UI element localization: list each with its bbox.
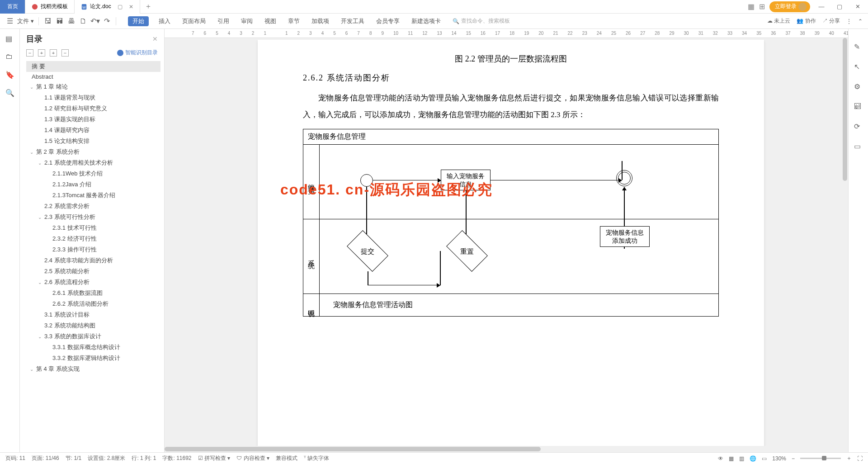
ribbon-tab-start[interactable]: 开始 xyxy=(128,16,149,26)
save-as-icon[interactable]: 🖬 xyxy=(55,17,64,26)
toc-item[interactable]: ⌄第 4 章 系统实现 xyxy=(26,364,160,374)
zoom-in-button[interactable]: ＋ xyxy=(846,455,852,462)
more-icon[interactable]: ⋮ xyxy=(846,18,852,24)
toc-item[interactable]: ⌄2.3 系统可行性分析 xyxy=(26,212,160,223)
ribbon-tab-view[interactable]: 视图 xyxy=(263,16,278,26)
save-icon[interactable]: 🖫 xyxy=(43,17,52,26)
reading-icon[interactable]: ▭ xyxy=(854,142,863,151)
bookmark-icon[interactable]: 🔖 xyxy=(5,71,14,80)
zoom-out-button[interactable]: − xyxy=(792,455,795,462)
settings-icon[interactable]: ⚙ xyxy=(854,82,863,91)
view-outline-icon[interactable]: 🌐 xyxy=(750,455,756,462)
toc-item[interactable]: 3.3.2 数据库逻辑结构设计 xyxy=(26,353,160,364)
toc-list[interactable]: 摘 要Abstract⌄第 1 章 绪论1.1 课题背景与现状1.2 研究目标与… xyxy=(20,60,164,452)
scrollbar-thumb[interactable] xyxy=(843,38,847,181)
ribbon-tab-newtab[interactable]: 新建选项卡 xyxy=(410,16,443,26)
login-button[interactable]: 立即登录 xyxy=(769,1,810,12)
ribbon-tab-layout[interactable]: 页面布局 xyxy=(180,16,208,26)
toc-item[interactable]: 3.1 系统设计目标 xyxy=(26,309,160,320)
toc-item[interactable]: 2.6.1 系统数据流图 xyxy=(26,288,160,298)
toc-item[interactable]: 2.3.1 技术可行性 xyxy=(26,223,160,233)
toc-item[interactable]: 摘 要 xyxy=(26,61,160,72)
toc-item[interactable]: 2.5 系统功能分析 xyxy=(26,266,160,277)
layout-icon[interactable]: ▦ xyxy=(748,2,755,11)
ribbon-tab-review[interactable]: 审阅 xyxy=(239,16,255,26)
search-rail-icon[interactable]: 🔍 xyxy=(5,89,14,98)
toc-item[interactable]: 2.1.3Tomcat 服务器介绍 xyxy=(26,190,160,201)
collapse-ribbon-icon[interactable]: ⌃ xyxy=(858,18,863,24)
status-spellcheck[interactable]: ☑ 拼写检查 ▾ xyxy=(198,455,231,462)
toc-item[interactable]: 2.1.1Web 技术介绍 xyxy=(26,168,160,179)
menu-icon[interactable]: ☰ xyxy=(5,17,14,26)
toc-item[interactable]: 1.5 论文结构安排 xyxy=(26,136,160,147)
toc-expand-icon[interactable]: + xyxy=(38,49,45,57)
toc-item[interactable]: 3.3.1 数据库概念结构设计 xyxy=(26,342,160,353)
status-setting[interactable]: 设置值: 2.8厘米 xyxy=(88,455,125,462)
horizontal-scrollbar[interactable] xyxy=(165,446,848,452)
toc-item[interactable]: 2.3.2 经济可行性 xyxy=(26,233,160,244)
view-read-icon[interactable]: ▭ xyxy=(762,455,767,462)
zoom-slider[interactable] xyxy=(800,458,841,459)
view-web-icon[interactable]: ▥ xyxy=(739,455,744,462)
ribbon-tab-chapter[interactable]: 章节 xyxy=(286,16,302,26)
toc-item[interactable]: 3.2 系统功能结构图 xyxy=(26,320,160,331)
toc-collapse-icon[interactable]: − xyxy=(26,49,33,57)
outline-icon[interactable]: ▤ xyxy=(5,34,14,43)
command-search[interactable]: 🔍 查找命令、搜索模板 xyxy=(453,17,510,25)
ribbon-tab-member[interactable]: 会员专享 xyxy=(374,16,401,26)
edit-icon[interactable]: ✎ xyxy=(854,43,863,52)
toc-item[interactable]: ⌄2.6 系统流程分析 xyxy=(26,277,160,288)
toc-item[interactable]: Abstract xyxy=(26,72,160,81)
ribbon-tab-references[interactable]: 引用 xyxy=(216,16,231,26)
cloud-sync-icon[interactable]: ⟳ xyxy=(854,122,863,131)
file-menu[interactable]: 文件▾ xyxy=(17,17,34,25)
ribbon-tab-insert[interactable]: 插入 xyxy=(157,16,172,26)
toc-close-icon[interactable]: ✕ xyxy=(152,35,158,43)
scrollbar-thumb[interactable] xyxy=(165,447,541,451)
print-icon[interactable]: 🖶 xyxy=(67,17,76,26)
ribbon-tab-addons[interactable]: 加载项 xyxy=(310,16,331,26)
view-print-icon[interactable]: ▦ xyxy=(729,455,734,462)
folder-icon[interactable]: 🗀 xyxy=(5,52,14,62)
close-button[interactable]: ✕ xyxy=(851,3,864,10)
toc-item[interactable]: ⌄第 2 章 系统分析 xyxy=(26,147,160,157)
redo-icon[interactable]: ↷ xyxy=(102,17,111,26)
ribbon-tab-devtools[interactable]: 开发工具 xyxy=(339,16,366,26)
zoom-value[interactable]: 130% xyxy=(772,455,786,462)
collab-button[interactable]: 👥 协作 xyxy=(797,17,816,25)
tab-templates[interactable]: 找稻壳模板 xyxy=(25,0,75,14)
tab-add-button[interactable]: ＋ xyxy=(140,2,156,11)
toc-item[interactable]: 1.2 研究目标与研究意义 xyxy=(26,103,160,114)
share-button[interactable]: ↗ 分享 xyxy=(822,17,840,25)
toc-item[interactable]: 2.4 系统非功能方面的分析 xyxy=(26,255,160,266)
toc-item[interactable]: 1.4 课题研究内容 xyxy=(26,125,160,136)
tab-document[interactable]: W 论文.doc ▢ ✕ xyxy=(75,0,140,14)
status-compat[interactable]: 兼容模式 xyxy=(276,455,297,462)
toc-item[interactable]: 2.3.3 操作可行性 xyxy=(26,244,160,255)
toc-item[interactable]: ⌄2.1 系统使用相关技术分析 xyxy=(26,157,160,168)
translate-icon[interactable]: 🗟 xyxy=(854,102,863,111)
fullscreen-icon[interactable]: ⛶ xyxy=(857,455,863,462)
vertical-scrollbar[interactable] xyxy=(842,38,848,446)
toc-item[interactable]: ⌄3.3 系统的数据库设计 xyxy=(26,331,160,342)
status-page-num[interactable]: 页码: 11 xyxy=(5,455,25,462)
toc-item[interactable]: 2.2 系统需求分析 xyxy=(26,201,160,212)
status-words[interactable]: 字数: 11692 xyxy=(162,455,191,462)
status-missing-font[interactable]: ᵀ 缺失字体 xyxy=(304,455,329,462)
page-viewport[interactable]: 图 2.2 管理员的一层数据流程图 2.6.2 系统活动图分析 宠物服务信息管理… xyxy=(183,40,839,452)
toc-item[interactable]: 2.6.2 系统活动图分析 xyxy=(26,298,160,309)
maximize-button[interactable]: ▢ xyxy=(833,3,846,10)
tab-close-icon[interactable]: ✕ xyxy=(129,4,133,10)
status-rowcol[interactable]: 行: 1 列: 1 xyxy=(132,455,156,462)
eye-icon[interactable]: 👁 xyxy=(718,455,723,462)
undo-icon[interactable]: ↶▾ xyxy=(90,17,99,26)
toc-item[interactable]: 2.1.2Java 介绍 xyxy=(26,179,160,190)
toc-item[interactable]: ⌄第 1 章 绪论 xyxy=(26,81,160,92)
status-section[interactable]: 节: 1/1 xyxy=(66,455,81,462)
print-preview-icon[interactable]: 🗋 xyxy=(79,17,88,26)
document-page[interactable]: 图 2.2 管理员的一层数据流程图 2.6.2 系统活动图分析 宠物服务信息管理… xyxy=(258,40,764,447)
toc-promote-icon[interactable]: + xyxy=(50,49,57,57)
toc-smart-button[interactable]: 智能识别目录 xyxy=(117,49,158,57)
status-content-check[interactable]: 🛡 内容检查 ▾ xyxy=(236,455,269,462)
horizontal-ruler[interactable]: 7654321123456789101112131415161718192021… xyxy=(165,29,848,38)
